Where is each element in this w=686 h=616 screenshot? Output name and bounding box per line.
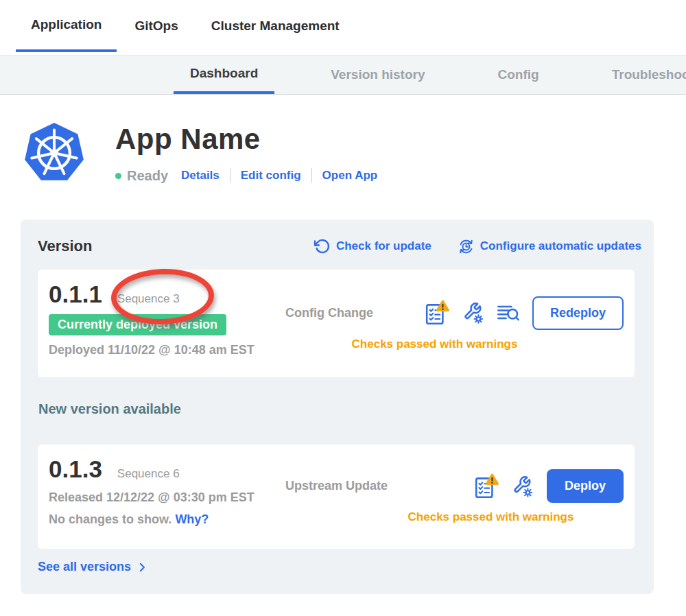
deploy-button[interactable]: Deploy — [547, 469, 624, 503]
status-green-dot-icon — [115, 173, 121, 179]
app-sub-nav: Dashboard Version history Config Trouble… — [0, 55, 686, 95]
kubernetes-logo-icon — [24, 121, 84, 185]
redeploy-button[interactable]: Redeploy — [532, 296, 624, 330]
tab-version-history[interactable]: Version history — [314, 56, 441, 94]
why-link[interactable]: Why? — [175, 512, 209, 526]
edit-config-link[interactable]: Edit config — [241, 169, 301, 182]
checks-status-text: Checks passed with warnings — [265, 337, 604, 351]
divider — [311, 168, 312, 183]
available-version-info: 0.1.3 Sequence 6 Released 12/12/22 @ 03:… — [49, 455, 285, 538]
version-panel-header: Version Check for update — [21, 220, 654, 255]
wrench-gear-icon[interactable] — [462, 301, 485, 324]
details-link[interactable]: Details — [181, 169, 220, 182]
list-search-icon[interactable] — [497, 303, 520, 323]
currently-deployed-badge: Currently deployed version — [49, 314, 226, 335]
available-version-number: 0.1.3 — [49, 455, 102, 483]
see-all-versions-label: See all versions — [38, 560, 131, 574]
check-for-update-link[interactable]: Check for update — [314, 238, 431, 254]
current-version-number: 0.1.1 — [49, 281, 102, 308]
tab-troubleshoot[interactable]: Troubleshoot — [595, 56, 686, 94]
app-status-row: Ready Details Edit config Open App — [115, 167, 377, 185]
preflight-checklist-warning-icon[interactable] — [425, 300, 450, 326]
version-check-icons — [474, 473, 534, 499]
tab-gitops[interactable]: GitOps — [119, 0, 193, 52]
current-version-actions: Config Change — [285, 281, 624, 366]
primary-nav: Application GitOps Cluster Management — [0, 0, 686, 55]
tab-application[interactable]: Application — [16, 0, 117, 52]
released-timestamp: Released 12/12/22 @ 03:30 pm EST — [49, 490, 285, 505]
available-version-card: 0.1.3 Sequence 6 Released 12/12/22 @ 03:… — [38, 445, 635, 549]
version-source-label: Config Change — [285, 306, 373, 320]
no-changes-text: No changes to show. — [49, 512, 172, 526]
configure-automatic-updates-link[interactable]: Configure automatic updates — [458, 238, 641, 254]
wrench-gear-icon[interactable] — [511, 475, 534, 498]
tab-cluster-management[interactable]: Cluster Management — [196, 0, 355, 52]
status-label: Ready — [127, 168, 168, 184]
refresh-icon — [314, 238, 330, 254]
chevron-right-icon — [136, 561, 148, 573]
tab-config[interactable]: Config — [482, 56, 556, 94]
tab-dashboard[interactable]: Dashboard — [174, 56, 274, 94]
clock-sync-icon — [458, 238, 474, 254]
current-version-card: 0.1.1 Sequence 3 Currently deployed vers… — [38, 270, 635, 377]
new-version-heading: New version available — [38, 401, 181, 417]
check-for-update-label: Check for update — [336, 239, 431, 253]
page-title: App Name — [115, 123, 261, 156]
available-version-sequence: Sequence 6 — [117, 467, 180, 481]
see-all-versions-link[interactable]: See all versions — [38, 560, 148, 574]
available-version-actions: Upstream Update — [285, 455, 624, 538]
version-panel-title: Version — [38, 237, 92, 255]
configure-automatic-updates-label: Configure automatic updates — [480, 239, 641, 253]
open-app-link[interactable]: Open App — [322, 169, 378, 182]
deployed-timestamp: Deployed 11/10/22 @ 10:48 am EST — [49, 343, 285, 357]
version-source-label: Upstream Update — [285, 479, 388, 493]
version-check-icons — [425, 300, 520, 326]
divider — [230, 168, 230, 183]
current-version-sequence: Sequence 3 — [117, 292, 180, 306]
preflight-checklist-warning-icon[interactable] — [474, 473, 499, 499]
version-panel: Version Check for update — [21, 220, 654, 594]
current-version-info: 0.1.1 Sequence 3 Currently deployed vers… — [49, 281, 285, 366]
version-panel-actions: Check for update Configure automatic upd… — [314, 238, 641, 254]
checks-status-text: Checks passed with warnings — [322, 510, 660, 524]
